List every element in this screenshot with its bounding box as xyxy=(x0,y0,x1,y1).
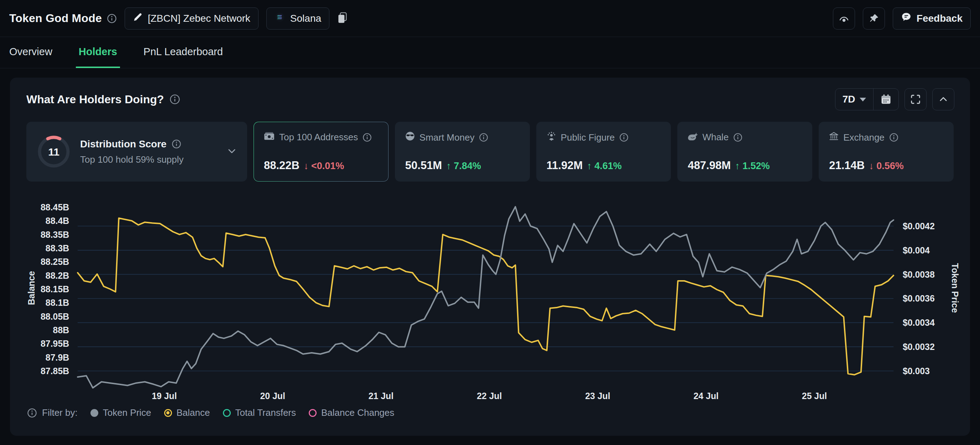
info-icon[interactable] xyxy=(363,133,372,142)
whale-icon xyxy=(688,131,698,143)
watch-icon-button[interactable] xyxy=(833,8,855,30)
stat-change: ↓ 0.56% xyxy=(869,161,904,172)
svg-text:$0.0036: $0.0036 xyxy=(903,293,935,303)
svg-text:88.35B: 88.35B xyxy=(41,230,69,240)
legend-balance-changes[interactable]: Balance Changes xyxy=(309,407,394,418)
feedback-button[interactable]: Feedback xyxy=(893,8,971,30)
chevron-down-icon[interactable] xyxy=(227,146,237,157)
info-icon[interactable] xyxy=(479,133,488,142)
stat-tiles-row: 11 Distribution Score Top 100 hold 59% s… xyxy=(26,122,954,181)
distribution-text: Distribution Score Top 100 hold 59% supp… xyxy=(80,138,184,165)
range-dropdown[interactable]: 7D xyxy=(835,89,873,110)
svg-text:88.4B: 88.4B xyxy=(46,216,69,226)
tab-overview[interactable]: Overview xyxy=(6,37,55,68)
info-icon[interactable] xyxy=(619,133,628,142)
panel-title: What Are Holders Doing? xyxy=(26,93,180,106)
smart-money-icon xyxy=(405,131,415,143)
distribution-score-card[interactable]: 11 Distribution Score Top 100 hold 59% s… xyxy=(26,122,247,181)
calendar-button[interactable] xyxy=(873,89,899,110)
info-icon[interactable] xyxy=(27,408,37,418)
stat-value: 88.22B xyxy=(264,159,299,172)
tab-pnl-leaderboard[interactable]: PnL Leaderboard xyxy=(141,37,226,68)
fullscreen-icon xyxy=(910,94,921,105)
stat-value: 11.92M xyxy=(547,159,583,172)
cash-icon xyxy=(264,131,275,143)
svg-text:$0.0034: $0.0034 xyxy=(903,318,935,327)
fullscreen-button[interactable] xyxy=(905,88,927,110)
svg-text:$0.0042: $0.0042 xyxy=(903,221,935,231)
chat-icon xyxy=(901,12,912,25)
y-axis-title-balance: Balance xyxy=(26,271,37,305)
info-icon[interactable] xyxy=(172,139,181,149)
legend-token-price[interactable]: Token Price xyxy=(91,407,151,418)
solana-icon xyxy=(275,13,285,24)
svg-text:88.15B: 88.15B xyxy=(41,284,69,294)
info-icon[interactable] xyxy=(107,14,117,24)
svg-text:88.25B: 88.25B xyxy=(41,257,69,267)
radio-icon xyxy=(91,409,98,417)
svg-text:88B: 88B xyxy=(53,325,70,335)
svg-text:87.85B: 87.85B xyxy=(41,366,69,376)
filter-row: Filter by: Token Price Balance Total Tra… xyxy=(27,407,961,418)
stat-card-top-100-addresses[interactable]: Top 100 Addresses 88.22B ↓ <0.01% xyxy=(253,122,388,181)
svg-text:87.9B: 87.9B xyxy=(46,353,69,362)
bank-icon xyxy=(829,131,838,143)
svg-text:88.45B: 88.45B xyxy=(41,202,69,212)
token-selector-label: [ZBCN] Zebec Network xyxy=(148,13,250,24)
stat-change: ↑ 1.52% xyxy=(735,161,770,172)
svg-text:88.3B: 88.3B xyxy=(46,243,69,253)
stat-change: ↓ <0.01% xyxy=(304,161,344,172)
svg-text:25 Jul: 25 Jul xyxy=(802,391,827,401)
svg-text:21 Jul: 21 Jul xyxy=(369,391,393,401)
holders-chart-area: 88.45B88.4B88.35B88.3B88.25B88.2B88.15B8… xyxy=(19,197,961,404)
radio-icon xyxy=(309,409,317,417)
token-selector[interactable]: [ZBCN] Zebec Network xyxy=(125,8,259,30)
stat-card-whale[interactable]: Whale 487.98M ↑ 1.52% xyxy=(677,122,812,181)
page-title: Token God Mode xyxy=(9,12,117,25)
panel-header: What Are Holders Doing? 7D xyxy=(26,88,955,110)
info-icon[interactable] xyxy=(889,133,899,142)
svg-text:20 Jul: 20 Jul xyxy=(260,391,285,401)
legend-balance[interactable]: Balance xyxy=(164,407,210,418)
radio-icon xyxy=(223,409,231,417)
svg-text:19 Jul: 19 Jul xyxy=(152,391,177,401)
chain-pill[interactable]: Solana xyxy=(266,8,329,30)
pencil-icon xyxy=(133,12,143,25)
copy-icon[interactable] xyxy=(338,12,347,25)
svg-text:88.05B: 88.05B xyxy=(41,312,69,321)
chevron-up-icon xyxy=(938,94,948,104)
svg-text:24 Jul: 24 Jul xyxy=(694,391,719,401)
legend-total-transfers[interactable]: Total Transfers xyxy=(223,407,296,418)
stat-value: 50.51M xyxy=(405,159,442,172)
stat-card-public-figure[interactable]: Public Figure 11.92M ↑ 4.61% xyxy=(536,122,671,181)
pin-icon-button[interactable] xyxy=(863,8,885,30)
svg-text:$0.004: $0.004 xyxy=(903,245,930,255)
svg-text:$0.0032: $0.0032 xyxy=(903,342,935,352)
svg-text:23 Jul: 23 Jul xyxy=(585,391,610,401)
svg-text:$0.003: $0.003 xyxy=(903,366,930,376)
holders-chart[interactable]: 88.45B88.4B88.35B88.3B88.25B88.2B88.15B8… xyxy=(19,197,961,404)
stat-card-smart-money[interactable]: Smart Money 50.51M ↑ 7.84% xyxy=(395,122,530,181)
collapse-button[interactable] xyxy=(932,88,955,110)
stat-change: ↑ 4.61% xyxy=(587,161,622,172)
header: Token God Mode [ZBCN] Zebec Network Sola… xyxy=(0,0,980,37)
distribution-gauge: 11 xyxy=(37,135,71,169)
calendar-icon xyxy=(881,94,891,105)
tab-holders[interactable]: Holders xyxy=(76,37,120,68)
public-figure-icon xyxy=(547,131,556,143)
info-icon[interactable] xyxy=(733,133,743,142)
svg-text:88.2B: 88.2B xyxy=(46,270,69,281)
filter-label: Filter by: xyxy=(27,407,78,418)
caret-down-icon xyxy=(860,97,866,102)
svg-text:22 Jul: 22 Jul xyxy=(477,391,502,401)
stat-card-exchange[interactable]: Exchange 21.14B ↓ 0.56% xyxy=(819,122,954,181)
svg-text:87.95B: 87.95B xyxy=(41,339,69,348)
chain-label: Solana xyxy=(290,13,321,24)
stat-change: ↑ 7.84% xyxy=(446,161,481,172)
info-icon[interactable] xyxy=(170,94,180,105)
tab-bar: Overview Holders PnL Leaderboard xyxy=(0,37,980,68)
svg-text:$0.0038: $0.0038 xyxy=(903,270,935,280)
radio-selected-icon xyxy=(164,409,172,417)
y-axis-title-token-price: Token Price xyxy=(950,263,960,313)
svg-text:11: 11 xyxy=(48,146,59,158)
